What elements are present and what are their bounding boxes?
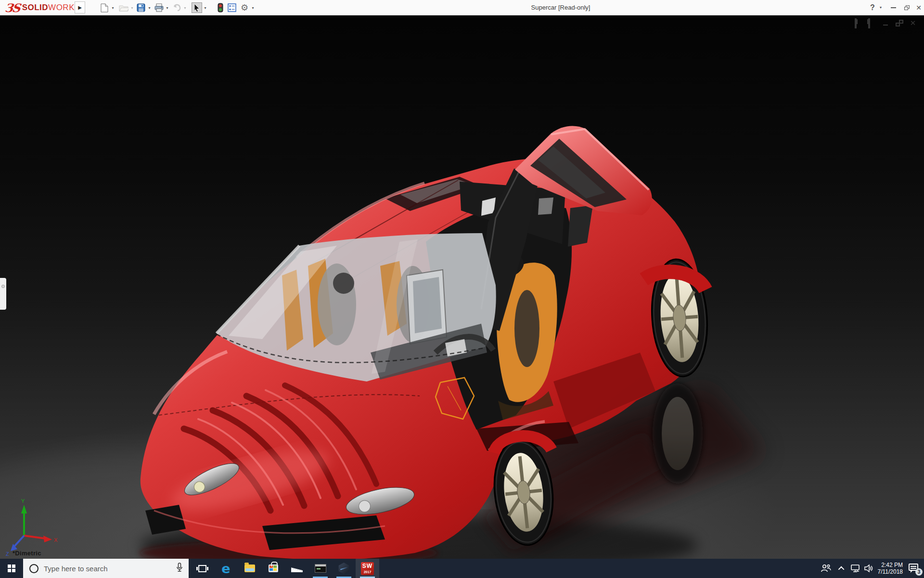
start-button[interactable] <box>0 559 23 578</box>
clock-date: 7/11/2018 <box>878 568 903 575</box>
rebuild-button[interactable] <box>215 1 226 14</box>
taskbar-edge[interactable]: e <box>214 559 238 578</box>
network-button[interactable] <box>848 559 862 578</box>
select-cursor-icon <box>192 2 202 13</box>
open-folder-icon <box>118 2 129 13</box>
feature-manager-collapsed-tab[interactable] <box>0 278 6 310</box>
close-icon: ✕ <box>916 4 922 12</box>
file-explorer-icon <box>244 565 255 572</box>
brand-solid: SOLID <box>22 3 48 13</box>
ds-logo-icon: ЗS <box>4 1 21 15</box>
show-left-pane-button[interactable] <box>855 19 863 27</box>
cortana-icon <box>29 564 38 573</box>
triad-x-label: X <box>54 537 58 543</box>
tray-overflow-button[interactable] <box>835 559 848 578</box>
traffic-light-icon <box>215 2 226 13</box>
restore-button[interactable] <box>901 0 912 15</box>
minimize-icon <box>891 7 896 8</box>
task-view-icon <box>198 565 206 572</box>
help-button[interactable]: ? <box>867 0 878 15</box>
gear-icon: ⚙ <box>241 3 248 12</box>
volume-icon <box>864 564 873 573</box>
taskbar-store[interactable] <box>261 559 285 578</box>
microphone-icon[interactable] <box>176 563 183 574</box>
command-prompt-icon <box>315 564 326 573</box>
taskbar-clock[interactable]: 2:42 PM 7/11/2018 <box>873 559 903 578</box>
solidworks-2017-icon: SW 2017 <box>361 562 374 575</box>
save-button[interactable]: ▾ <box>136 1 152 14</box>
expand-arrow-icon: ▶ <box>78 5 82 10</box>
options-button[interactable]: ⚙ ▾ <box>239 1 255 14</box>
supercar-model[interactable]: Y X Z <box>0 15 924 559</box>
open-button[interactable]: ▾ <box>118 1 134 14</box>
document-window-controls: ✕ <box>855 19 917 27</box>
rear-wheel-reflection <box>653 383 703 484</box>
edge-icon: e <box>221 562 230 575</box>
left-pane-icon <box>855 18 857 28</box>
tab-dot-icon <box>1 285 5 288</box>
search-input[interactable] <box>44 565 159 573</box>
titlebar: ЗS SOLIDWORKS ▶ ▾ ▾ ▾ ▾ ▾ ▾ <box>0 0 924 15</box>
taskbar-search[interactable] <box>23 559 189 578</box>
triad-z-label: Z <box>6 551 9 557</box>
file-properties-button[interactable] <box>227 1 237 14</box>
clock-time: 2:42 PM <box>881 562 903 568</box>
action-center-button[interactable]: 3 <box>905 559 924 578</box>
print-button[interactable]: ▾ <box>154 1 169 14</box>
triad-y-label: Y <box>21 498 25 504</box>
help-icon: ? <box>870 3 875 12</box>
help-dropdown[interactable]: ▾ <box>878 0 884 15</box>
undo-arrow-icon <box>171 2 182 13</box>
view-orientation-label: *Dimetric <box>13 550 41 557</box>
show-right-pane-button[interactable] <box>868 19 877 27</box>
minimize-button[interactable] <box>887 0 899 15</box>
chevron-up-icon <box>838 566 844 572</box>
taskbar-command-prompt[interactable] <box>308 559 332 578</box>
save-floppy-icon <box>136 2 146 13</box>
people-button[interactable] <box>817 559 834 578</box>
windows-taskbar: e SW 2017 2:42 PM 7/11/2018 3 <box>0 559 924 578</box>
3d-viewport[interactable]: Y X Z ✕ *Dimetric <box>0 15 924 559</box>
notification-badge: 3 <box>915 568 923 576</box>
people-icon <box>821 564 831 573</box>
task-view-button[interactable] <box>191 559 214 578</box>
doc-restore-button[interactable] <box>895 19 904 27</box>
doc-close-icon: ✕ <box>910 19 916 27</box>
window-title: Supercar [Read-only] <box>531 0 590 15</box>
hexagon-app-icon <box>338 563 350 574</box>
select-tool-button[interactable]: ▾ <box>192 1 207 14</box>
printer-icon <box>154 2 164 13</box>
menu-expand-button[interactable]: ▶ <box>75 1 85 13</box>
taskbar-file-explorer[interactable] <box>238 559 261 578</box>
doc-close-button[interactable]: ✕ <box>909 19 917 27</box>
taskbar-hexagon-app[interactable] <box>332 559 356 578</box>
doc-minimize-icon <box>883 25 888 26</box>
store-icon <box>269 565 278 572</box>
taskbar-mail[interactable] <box>285 559 308 578</box>
taskbar-solidworks[interactable]: SW 2017 <box>356 559 379 578</box>
restore-icon <box>904 5 910 10</box>
new-document-button[interactable]: ▾ <box>99 1 115 14</box>
mail-icon <box>291 565 303 572</box>
new-document-icon <box>99 2 110 13</box>
properties-list-icon <box>227 2 237 13</box>
windows-logo-icon <box>8 565 15 572</box>
doc-minimize-button[interactable] <box>882 19 890 27</box>
undo-button[interactable]: ▾ <box>171 1 187 14</box>
right-pane-icon <box>868 18 870 28</box>
solidworks-logo: ЗS SOLIDWORKS <box>5 1 80 14</box>
network-icon <box>850 564 860 573</box>
close-button[interactable]: ✕ <box>913 0 924 15</box>
